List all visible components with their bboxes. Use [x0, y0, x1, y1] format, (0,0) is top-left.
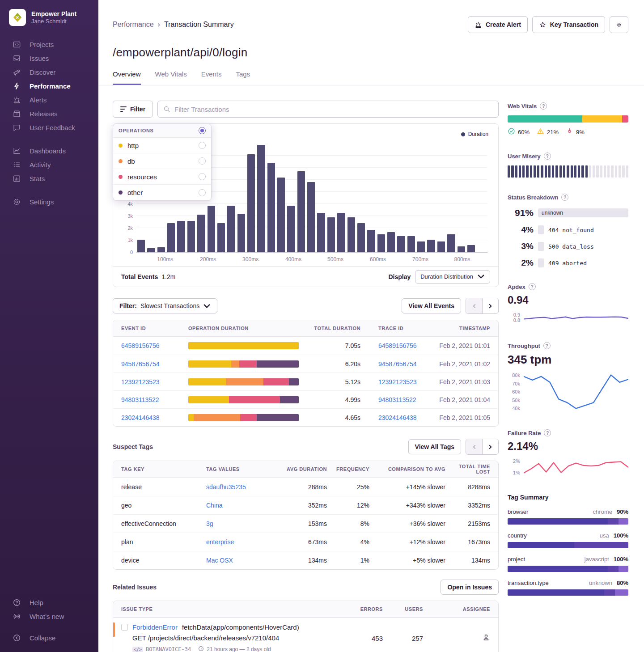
event-id-link[interactable]: 12392123523 [121, 378, 160, 385]
trace-id-link[interactable]: 64589156756 [378, 342, 417, 349]
trace-id-cell: 94587656754 [360, 360, 436, 368]
misery-segment [511, 165, 513, 178]
status-code-label: 409 aborted [548, 260, 587, 267]
display-label: Display [388, 273, 411, 280]
tab-overview[interactable]: Overview [113, 70, 141, 85]
operations-all-radio[interactable] [199, 127, 206, 134]
events-next-button[interactable] [482, 298, 498, 313]
operation-option-http[interactable]: http [113, 138, 211, 153]
open-in-issues-button[interactable]: Open in Issues [441, 580, 499, 595]
suspect-tags-label: Suspect Tags [113, 443, 153, 450]
view-all-tags-button[interactable]: View All Tags [408, 439, 461, 454]
sidebar-item-activity[interactable]: Activity [0, 158, 98, 172]
operation-radio[interactable] [199, 157, 206, 165]
operation-radio[interactable] [199, 173, 206, 180]
help-question-icon[interactable]: ? [544, 429, 551, 436]
sidebar-item-user-feedback[interactable]: User Feedback [0, 121, 98, 135]
tag-value-cell: enterprise [206, 538, 273, 546]
web-vital-value: 60% [518, 129, 530, 135]
breadcrumb-separator: › [158, 21, 160, 29]
filter-button[interactable]: Filter [113, 101, 153, 118]
tag-value-link[interactable]: 3g [206, 520, 213, 527]
events-prev-button[interactable] [466, 298, 482, 313]
histogram-bar [247, 154, 255, 252]
op-segment-other [280, 396, 299, 403]
tag-value-link[interactable]: Mac OSX [206, 557, 233, 564]
sparkline-y-label: 70k [512, 381, 520, 386]
sidebar-item-dashboards[interactable]: Dashboards [0, 144, 98, 158]
org-switcher[interactable]: Empower Plant Jane Schmidt [0, 9, 98, 26]
search-input[interactable] [174, 106, 493, 113]
operation-radio[interactable] [199, 189, 206, 196]
help-question-icon[interactable]: ? [544, 152, 551, 160]
tags-next-button[interactable] [482, 439, 498, 454]
key-transaction-button[interactable]: Key Transaction [532, 16, 605, 33]
event-id-link[interactable]: 94803113522 [121, 396, 159, 403]
search-box [157, 101, 499, 118]
histogram-bar [367, 230, 375, 252]
tag-value-cell: 3g [206, 520, 273, 527]
misery-segment [563, 165, 565, 178]
tag-summary-segment [574, 542, 629, 548]
help-question-icon[interactable]: ? [540, 102, 547, 110]
help-question-icon[interactable]: ? [529, 283, 536, 290]
view-all-events-button[interactable]: View All Events [402, 298, 461, 313]
events-filter-select[interactable]: Filter: Slowest Transactions [113, 298, 217, 313]
trace-id-cell: 94803113522 [360, 396, 436, 403]
sidebar-nav-secondary: DashboardsActivityStats [0, 144, 98, 186]
assignee-icon[interactable] [423, 633, 490, 643]
tab-events[interactable]: Events [201, 70, 222, 85]
sidebar-item-what-s-new[interactable]: What’s new [0, 610, 98, 623]
misery-segment [522, 165, 525, 178]
event-id-link[interactable]: 23024146438 [121, 414, 160, 421]
issue-type-link[interactable]: ForbiddenError [132, 623, 178, 631]
trace-id-link[interactable]: 23024146438 [378, 414, 417, 421]
sidebar-collapse-button[interactable]: Collapse [0, 631, 98, 645]
tab-bar: OverviewWeb VitalsEventsTags [98, 59, 644, 85]
help-question-icon[interactable]: ? [561, 194, 568, 201]
sparkline-y-label: 60k [512, 389, 520, 394]
breadcrumb-performance[interactable]: Performance [113, 21, 154, 29]
tags-prev-button[interactable] [466, 439, 482, 454]
tag-value-link[interactable]: China [206, 502, 223, 509]
help-question-icon[interactable]: ? [543, 342, 551, 349]
create-alert-button[interactable]: Create Alert [468, 16, 528, 33]
histogram-bar [197, 215, 205, 252]
sidebar-item-stats[interactable]: Stats [0, 172, 98, 186]
tab-web-vitals[interactable]: Web Vitals [155, 70, 187, 85]
event-id-link[interactable]: 64589156756 [121, 342, 160, 349]
web-vital-value: 9% [576, 129, 585, 135]
tab-tags[interactable]: Tags [236, 70, 250, 85]
tag-summary-segment [604, 589, 615, 596]
sidebar-item-settings[interactable]: Settings [0, 195, 98, 209]
comparison-cell: +145% slower [369, 483, 445, 491]
operation-option-resources[interactable]: resources [113, 169, 211, 185]
op-segment-http [188, 414, 194, 421]
issue-row[interactable]: ForbiddenError fetchData(app/components/… [113, 618, 498, 652]
issue-checkbox[interactable] [121, 624, 128, 631]
sidebar-item-label: Projects [30, 41, 54, 48]
sidebar-item-alerts[interactable]: Alerts [0, 93, 98, 107]
trace-id-link[interactable]: 94803113522 [378, 396, 416, 403]
sidebar-item-issues[interactable]: Issues [0, 51, 98, 65]
tag-value-link[interactable]: sdaufhu35235 [206, 483, 246, 491]
sidebar-item-help[interactable]: Help [0, 596, 98, 610]
event-id-link[interactable]: 94587656754 [121, 360, 160, 368]
sidebar-item-releases[interactable]: Releases [0, 107, 98, 121]
histogram-x-tick: 400ms [285, 256, 301, 262]
chart-legend[interactable]: Duration [461, 131, 488, 137]
settings-button[interactable] [610, 16, 628, 33]
histogram-bar [137, 240, 145, 252]
sidebar-item-performance[interactable]: Performance [0, 79, 98, 93]
sidebar-item-projects[interactable]: Projects [0, 38, 98, 51]
display-select[interactable]: Duration Distribution [415, 270, 490, 284]
trace-id-link[interactable]: 94587656754 [378, 360, 417, 368]
operation-option-db[interactable]: db [113, 153, 211, 169]
sidebar-item-discover[interactable]: Discover [0, 65, 98, 79]
tag-value-link[interactable]: enterprise [206, 538, 234, 546]
histogram-x-tick: 100ms [157, 256, 173, 262]
operation-option-other[interactable]: other [113, 185, 211, 200]
operation-radio[interactable] [199, 142, 206, 149]
trace-id-link[interactable]: 12392123523 [378, 378, 417, 385]
histogram-bar [397, 236, 405, 252]
